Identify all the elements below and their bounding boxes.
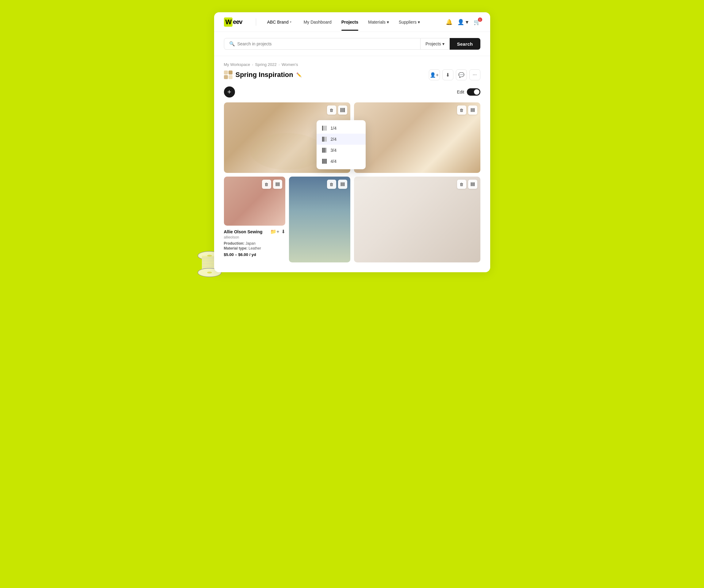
cart-button[interactable]: 🛒1 [474,19,480,25]
title-icon-cell2 [229,70,233,74]
fabric-price: $5.00 – $6.00 / yd [224,252,285,257]
nav-projects[interactable]: Projects [337,13,363,31]
fabric-subtitle: allieolson [224,235,285,240]
edit-toggle-switch[interactable] [467,88,480,95]
svg-rect-7 [325,126,326,131]
svg-point-0 [250,133,324,170]
fabric-add-button[interactable]: 📁+ [270,229,279,235]
fabric-download-button[interactable]: ⬇ [281,229,285,235]
shoe-top-layout-button[interactable] [468,106,477,115]
chat-button[interactable]: 💬 [456,69,467,80]
nav-links: My Dashboard Projects Materials ▾ Suppli… [299,13,438,31]
shoe-crystal-delete-button[interactable]: 🗑 [457,180,466,189]
svg-rect-27 [343,182,343,186]
brand-dropdown[interactable]: ABC Brand ▾ [267,20,291,24]
fabric-card-info: Allie Olson Sewing 📁+ ⬇ allieolson Produ… [224,225,285,258]
edit-title-icon[interactable]: ✏️ [296,72,301,77]
production-value: Japan [245,241,255,246]
layout-4-4-label: 4/4 [331,159,337,164]
svg-rect-10 [323,137,324,142]
svg-rect-30 [472,108,472,112]
board-item-shoe-top: 🗑 [354,103,480,173]
svg-rect-2 [342,108,342,112]
logo-w: W [224,17,233,27]
svg-rect-18 [323,159,324,164]
layout-option-2-4[interactable]: 2/4 [316,134,366,145]
layout-option-1-4[interactable]: 1/4 [316,123,366,134]
layout-4-4-icon [321,158,328,164]
add-user-button[interactable]: 👤+ [429,69,440,80]
tulle-controls: 🗑 [327,106,347,115]
svg-rect-15 [325,148,326,153]
tulle-delete-button[interactable]: 🗑 [327,106,336,115]
page-title-row: Spring Inspiration ✏️ 👤+ ⬇ 💬 ··· [224,69,480,80]
nav-suppliers[interactable]: Suppliers ▾ [394,13,425,31]
shoe-crystal-layout-button[interactable] [468,180,477,189]
svg-rect-35 [473,182,473,186]
fabric-material-type: Material type: Leather [224,246,285,251]
more-options-button[interactable]: ··· [469,69,480,80]
svg-point-51 [207,272,212,273]
fabric-delete-button[interactable]: 🗑 [262,180,271,189]
right-column: 🗑 🗑 [354,103,480,262]
search-section: 🔍 Projects ▾ Search [214,32,490,56]
svg-rect-29 [471,108,471,112]
shoe-top-delete-button[interactable]: 🗑 [457,106,466,115]
svg-rect-13 [322,148,323,153]
breadcrumb-workspace[interactable]: My Workspace [224,62,250,67]
svg-rect-21 [276,182,276,186]
left-column: 🗑 [224,103,350,262]
model-delete-button[interactable]: 🗑 [327,180,336,189]
fabric-controls: 🗑 [262,180,282,189]
svg-rect-5 [322,126,323,131]
logo: Weev [224,17,242,27]
search-category-label: Projects [425,42,441,46]
tulle-layout-button[interactable]: 1/4 2/4 [338,106,347,115]
breadcrumb-sep2: › [279,62,280,67]
fabric-action-btns: 📁+ ⬇ [270,229,285,235]
search-button[interactable]: Search [450,38,480,50]
logo-divider [256,18,256,26]
svg-rect-34 [472,182,472,186]
edit-label: Edit [457,89,464,94]
svg-rect-9 [322,137,323,142]
layout-3-4-label: 3/4 [331,148,337,153]
layout-3-4-icon [321,147,328,153]
search-category-dropdown[interactable]: Projects ▾ [421,38,450,50]
fabric-layout-button[interactable] [273,180,282,189]
brand-chevron: ▾ [290,20,291,23]
fabric-card-title: Allie Olson Sewing [224,229,262,234]
shoe-top-controls: 🗑 [457,106,477,115]
account-button[interactable]: 👤 ▾ [457,19,468,25]
title-icon-cell3 [224,75,228,79]
model-layout-button[interactable] [338,180,347,189]
layout-option-3-4[interactable]: 3/4 [316,145,366,156]
board-item-shoe-crystal: 🗑 [354,177,480,262]
layout-option-4-4[interactable]: 4/4 [316,156,366,167]
search-input[interactable] [237,38,416,49]
svg-rect-16 [326,148,327,153]
notifications-button[interactable]: 🔔 [446,19,453,25]
svg-rect-14 [323,148,324,153]
layout-dropdown: 1/4 2/4 [316,120,366,169]
search-icon: 🔍 [229,41,235,47]
breadcrumb-spring[interactable]: Spring 2022 [255,62,277,67]
svg-rect-25 [341,182,341,186]
layout-1-4-icon [321,125,328,131]
layout-2-4-icon [321,136,328,142]
download-button[interactable]: ⬇ [442,69,453,80]
add-item-button[interactable]: + [224,86,235,97]
svg-rect-24 [279,182,280,186]
search-category-chevron: ▾ [442,42,445,46]
svg-rect-31 [473,108,473,112]
edit-toggle: Edit [457,88,480,95]
breadcrumb-womens[interactable]: Women's [282,62,298,67]
nav-my-dashboard[interactable]: My Dashboard [299,13,337,31]
svg-rect-23 [278,182,278,186]
nav-materials[interactable]: Materials ▾ [363,13,394,31]
bottom-left-row: 🗑 Allie Olson Sewing 📁+ [224,177,350,262]
svg-rect-26 [342,182,342,186]
page-title-text: Spring Inspiration [236,71,293,79]
layout-2-4-label: 2/4 [331,137,337,142]
fabric-title-row: Allie Olson Sewing 📁+ ⬇ [224,229,285,235]
